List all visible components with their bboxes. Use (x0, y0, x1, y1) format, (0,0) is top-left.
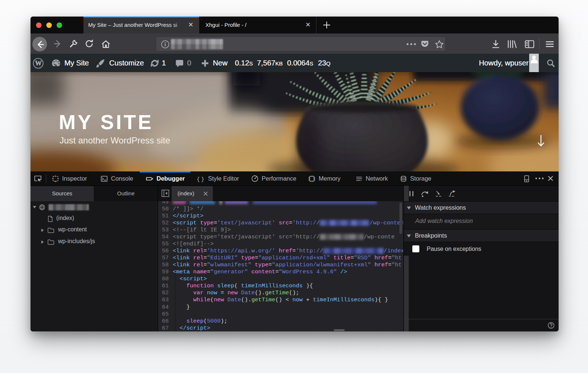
svg-text:W: W (35, 60, 42, 67)
svg-text:{ }: { } (197, 176, 204, 182)
